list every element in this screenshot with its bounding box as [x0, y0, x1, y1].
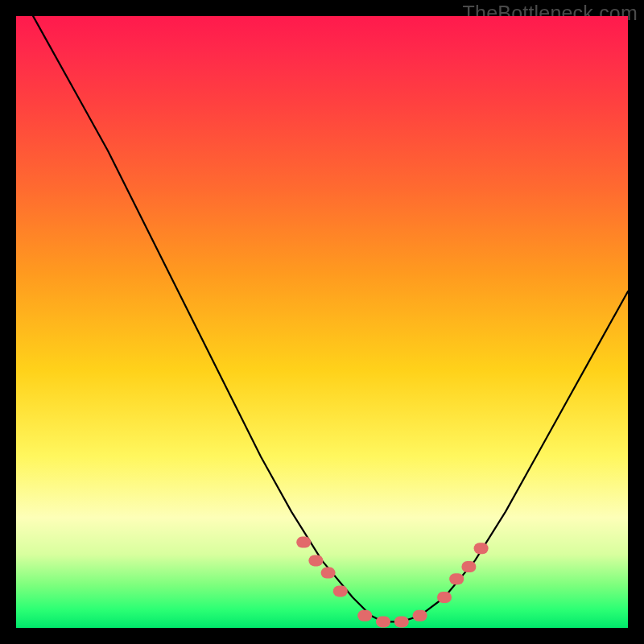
highlight-dot	[376, 616, 390, 627]
highlight-dot	[449, 573, 464, 584]
bottleneck-curve	[16, 0, 628, 621]
chart-frame: TheBottleneck.com	[0, 0, 644, 644]
highlight-dot	[321, 568, 336, 579]
highlight-dot	[474, 543, 489, 554]
highlight-dots	[296, 537, 488, 628]
highlight-dot	[296, 537, 311, 548]
highlight-dot	[413, 610, 427, 621]
highlight-dot	[461, 561, 476, 572]
highlight-dot	[308, 555, 323, 566]
highlight-dot	[394, 616, 409, 627]
plot-area	[16, 16, 628, 628]
curve-svg	[16, 16, 628, 628]
highlight-dot	[357, 610, 372, 621]
highlight-dot	[437, 592, 452, 603]
highlight-dot	[333, 585, 348, 597]
